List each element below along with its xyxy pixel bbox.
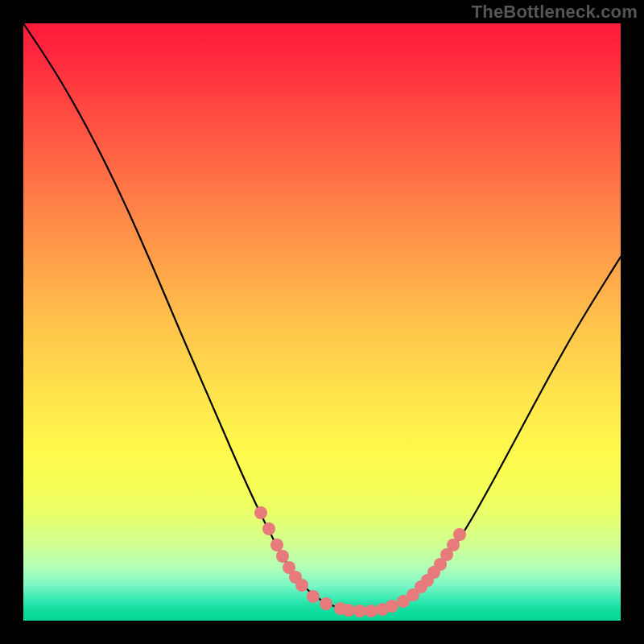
data-point [320,597,332,610]
watermark-text: TheBottleneck.com [472,2,638,23]
data-point [453,528,466,541]
chart-frame: TheBottleneck.com [0,0,644,644]
curve-svg [23,23,621,621]
data-point [307,590,320,603]
plot-area [23,23,621,621]
data-point [262,522,275,535]
data-point [254,506,267,519]
data-point [295,579,308,592]
bottleneck-curve [23,23,621,611]
